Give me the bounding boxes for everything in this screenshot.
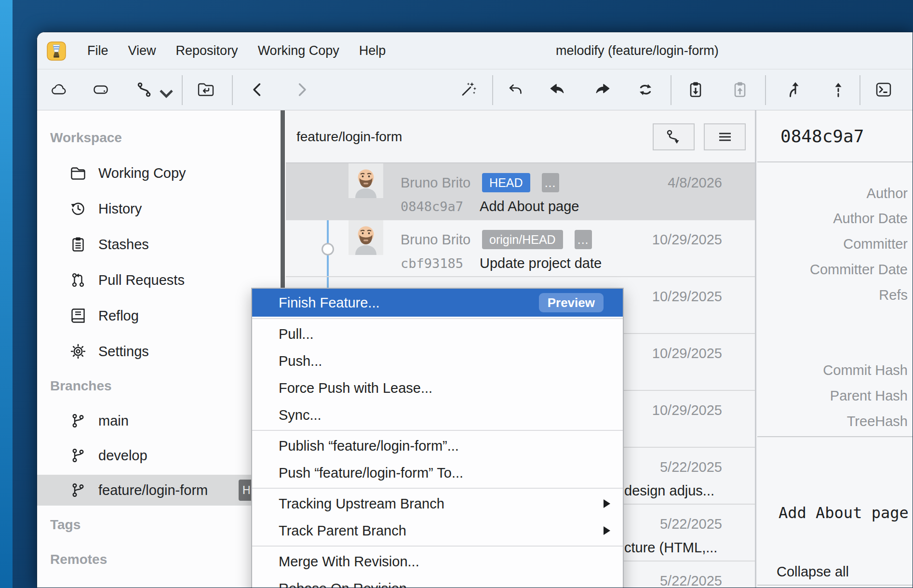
commit-hash: 0848c9a7 (401, 199, 463, 214)
menu-help[interactable]: Help (359, 43, 386, 58)
list-view-button[interactable] (704, 123, 746, 150)
fetch-icon[interactable] (636, 80, 655, 99)
menu-item-pull[interactable]: Pull... (252, 321, 623, 347)
toolbar-separator (671, 75, 671, 105)
menu-item-tracking-upstream-branch[interactable]: Tracking Upstream Branch (252, 490, 623, 517)
toolbar-separator (232, 75, 233, 105)
sidebar-item-label: Settings (98, 336, 149, 367)
field-label-committer-date: Committer Date (810, 261, 908, 278)
branch-graph-icon[interactable] (134, 80, 154, 99)
sidebar-item-label: Reflog (98, 300, 139, 331)
push-icon[interactable] (592, 80, 612, 99)
commit-hash: cbf93185 (401, 256, 463, 271)
sidebar-item-label: Pull Requests (98, 265, 185, 295)
menu-item-push[interactable]: Push... (252, 347, 623, 374)
sidebar-item-pull-requests[interactable]: Pull Requests (37, 265, 279, 295)
cloud-icon[interactable] (49, 80, 68, 99)
menu-item-force-push[interactable]: Force Push with Lease... (252, 374, 623, 401)
submenu-arrow-icon (604, 499, 610, 508)
menu-item-label: Tracking Upstream Branch (279, 496, 444, 511)
menu-working-copy[interactable]: Working Copy (258, 43, 339, 58)
menu-separator (252, 318, 623, 319)
commit-author: Bruno Brito (401, 232, 470, 248)
section-workspace: Workspace (50, 122, 122, 153)
sidebar-item-branch-develop[interactable]: develop (37, 440, 279, 471)
sidebar-item-working-copy[interactable]: Working Copy (37, 158, 279, 188)
sidebar-item-branch-feature-login-form[interactable]: feature/login-form HEAD (37, 475, 264, 506)
menu-item-finish-feature[interactable]: Finish Feature... Preview (252, 289, 623, 317)
menu-item-rebase-on-revision[interactable]: Rebase On Revision... (252, 575, 623, 588)
head-ref-badge: HEAD (482, 173, 530, 192)
submenu-arrow-icon (604, 526, 610, 535)
chevron-down-icon[interactable] (157, 85, 167, 104)
pull-request-icon (69, 271, 87, 289)
graph-view-button[interactable] (653, 123, 695, 150)
folder-icon (69, 164, 87, 182)
field-label-parent-hash: Parent Hash (830, 388, 908, 404)
pull-icon[interactable] (548, 80, 567, 99)
app-window: File View Repository Working Copy Help m… (37, 32, 913, 588)
sidebar-item-settings[interactable]: Settings (37, 336, 279, 367)
details-divider (757, 436, 913, 437)
commit-row[interactable]: Bruno Brito origin/HEAD ... cbf93185 Upd… (286, 220, 755, 277)
field-label-refs: Refs (879, 287, 908, 303)
stash-icon[interactable] (686, 80, 705, 99)
terminal-icon[interactable] (874, 80, 893, 99)
menu-view[interactable]: View (128, 43, 156, 58)
sidebar-item-label: Stashes (98, 229, 149, 260)
merge-icon[interactable] (784, 80, 804, 99)
sidebar-item-remote[interactable] (37, 580, 279, 588)
commit-details-panel: 0848c9a7 Author Author Date Committer Co… (757, 110, 913, 588)
toolbar-separator (859, 75, 860, 105)
field-label-commit-hash: Commit Hash (823, 362, 908, 378)
open-repo-icon[interactable] (196, 80, 215, 99)
sidebar-item-branch-main[interactable]: main (37, 405, 279, 436)
commit-date: 5/22/2025 (660, 514, 722, 534)
commit-message: cture (HTML,... (624, 538, 717, 557)
menu-item-sync[interactable]: Sync... (252, 401, 623, 428)
local-repos-icon[interactable] (91, 80, 110, 99)
rebase-icon[interactable] (829, 80, 848, 99)
stash-clipboard-icon (69, 236, 87, 253)
preview-badge: Preview (539, 293, 604, 312)
more-refs-badge[interactable]: ... (542, 173, 559, 192)
menu-item-track-parent-branch[interactable]: Track Parent Branch (252, 517, 623, 544)
menu-file[interactable]: File (87, 43, 108, 58)
menu-item-publish-branch[interactable]: Publish “feature/login-form”... (252, 432, 623, 459)
menu-item-label: Track Parent Branch (279, 523, 406, 538)
commit-date: 10/29/2025 (652, 287, 722, 306)
commit-list-branch-title: feature/login-form (296, 110, 402, 163)
toolbar-separator (765, 75, 766, 105)
collapse-all-button[interactable]: Collapse all (777, 564, 849, 580)
sidebar-item-label: main (98, 405, 129, 436)
details-commit-hash: 0848c9a7 (780, 110, 864, 162)
commit-list-header: feature/login-form (286, 110, 755, 163)
undo-icon[interactable] (506, 80, 525, 99)
reflog-book-icon (69, 307, 87, 324)
commit-message: Add About page (480, 199, 579, 214)
menu-repository[interactable]: Repository (176, 43, 238, 58)
sidebar-item-history[interactable]: History (37, 193, 279, 224)
branch-icon (69, 481, 87, 499)
menu-item-push-branch-to[interactable]: Push “feature/login-form” To... (252, 459, 623, 486)
field-label-committer: Committer (843, 236, 908, 252)
menu-item-merge-with-revision[interactable]: Merge With Revision... (252, 548, 623, 575)
quick-launch-icon[interactable] (458, 80, 478, 99)
forward-icon[interactable] (292, 80, 311, 99)
details-divider (757, 585, 913, 586)
sidebar-item-reflog[interactable]: Reflog (37, 300, 279, 331)
more-refs-badge[interactable]: ... (575, 230, 592, 249)
menu-separator (252, 546, 623, 547)
pop-stash-icon[interactable] (730, 80, 750, 99)
details-header: 0848c9a7 (757, 110, 913, 162)
sidebar-item-label: Working Copy (98, 158, 186, 188)
gear-icon (69, 343, 87, 360)
commit-author: Bruno Brito (401, 175, 470, 191)
sidebar-item-stashes[interactable]: Stashes (37, 229, 279, 260)
menu-bar: File View Repository Working Copy Help (87, 32, 386, 69)
commit-date: 10/29/2025 (652, 401, 722, 420)
commit-row[interactable]: Bruno Brito HEAD ... 0848c9a7 Add About … (286, 163, 755, 220)
section-tags: Tags (50, 509, 81, 540)
back-icon[interactable] (248, 80, 268, 99)
toolbar-separator (182, 75, 183, 105)
